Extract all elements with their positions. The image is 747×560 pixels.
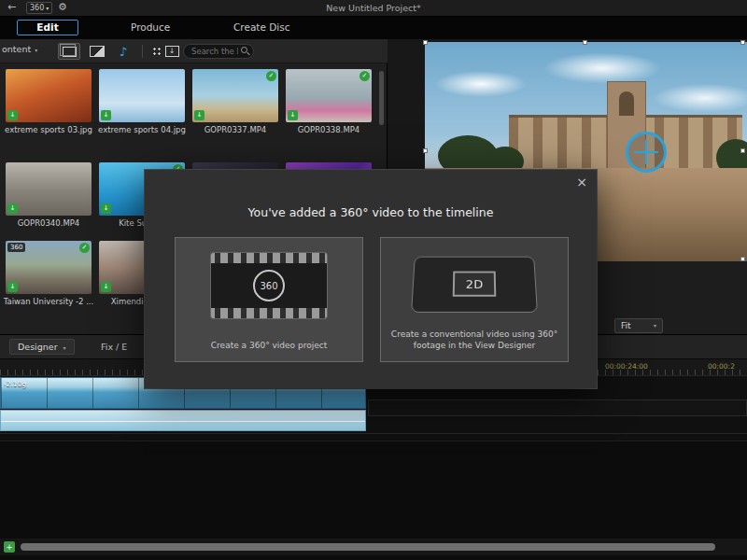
timeline-empty-area: + (0, 441, 747, 560)
preview-handle[interactable] (740, 257, 745, 261)
option-create-360-project[interactable]: 360 Create a 360° video project (175, 237, 363, 362)
designer-label: Designer (18, 342, 58, 352)
search-icon (241, 47, 247, 53)
topbar: ← 360▾ ⚙ New Untitled Project* (0, 0, 747, 17)
tab-create-disc[interactable]: Create Disc (233, 21, 289, 33)
filter-music-button[interactable]: ♪ (112, 43, 134, 60)
download-badge-icon: ↓ (194, 110, 204, 120)
filter-photos-button[interactable] (86, 43, 108, 60)
option-360-caption: Create a 360° video project (185, 340, 353, 352)
media-thumbnail[interactable]: ↓✓ (286, 69, 372, 122)
fix-enhance-button[interactable]: Fix / E (101, 342, 127, 352)
check-badge-icon: ✓ (266, 71, 276, 81)
download-badge-icon: ↓ (7, 282, 18, 292)
app-window: ← 360▾ ⚙ New Untitled Project* Edit Prod… (0, 0, 747, 560)
360-video-dialog: × You've added a 360° video to the timel… (145, 170, 597, 388)
music-note-icon: ♪ (120, 46, 127, 58)
preview-handle[interactable] (423, 148, 428, 153)
add-track-button[interactable]: + (4, 541, 15, 553)
preview-handle[interactable] (423, 40, 428, 45)
project-title: New Untitled Project* (0, 3, 747, 13)
tab-produce[interactable]: Produce (131, 21, 170, 33)
empty-track-row[interactable] (368, 399, 747, 416)
chevron-down-icon: ▾ (654, 319, 656, 332)
photo-icon (90, 46, 105, 57)
filter-videos-button[interactable] (58, 43, 80, 60)
content-dropdown-label: ontent (2, 44, 31, 54)
download-badge-icon: ↓ (101, 282, 111, 292)
media-thumbnail[interactable]: 360↓✓ (6, 241, 92, 294)
chevron-down-icon: ▾ (63, 344, 66, 351)
horizontal-scrollbar[interactable] (21, 543, 715, 551)
timeline-audio-clip[interactable] (0, 410, 366, 431)
download-badge-icon: ↓ (101, 110, 111, 120)
film-holes (211, 253, 327, 263)
tabbar: Edit Produce Create Disc (0, 17, 747, 39)
film-center: 360 (211, 263, 327, 308)
tab-edit[interactable]: Edit (17, 20, 78, 35)
fit-label: Fit (621, 321, 631, 330)
360-badge: 360 (7, 243, 25, 252)
option-create-2d-video[interactable]: 2D Create a conventional video using 360… (380, 237, 569, 362)
dialog-title: You've added a 360° video to the timelin… (145, 205, 597, 219)
media-label: GOPR0340.MP4 (3, 218, 94, 228)
content-dropdown[interactable]: ontent▾ (2, 44, 37, 54)
media-label: GOPR0337.MP4 (190, 125, 281, 134)
2d-badge: 2D (453, 272, 497, 297)
media-label: extreme sports 03.jpg (3, 125, 94, 134)
media-icon (63, 47, 77, 57)
option-2d-caption: Create a conventional video using 360° f… (390, 329, 558, 352)
preview-handle[interactable] (740, 40, 745, 45)
ruler-timecode: 00:00:24:00 (605, 362, 648, 371)
360-navigation-control[interactable] (626, 132, 667, 173)
import-media-button[interactable]: ↓ (161, 43, 183, 60)
toolbar-divider (142, 45, 143, 58)
curved-screen-2d-icon: 2D (411, 257, 538, 313)
media-label: Taiwan University -2 ... (3, 297, 94, 306)
ruler-timecode: 00:00:2 (708, 362, 735, 371)
library-scrollbar[interactable] (379, 71, 384, 125)
filmstrip-360-icon: 360 (211, 253, 327, 318)
download-badge-icon: ↓ (288, 110, 298, 120)
chevron-down-icon: ▾ (35, 47, 37, 53)
media-thumbnail[interactable]: ↓ (6, 162, 92, 216)
check-badge-icon: ✓ (359, 71, 370, 81)
clip-label: -2.10g (4, 380, 26, 388)
download-badge-icon: ↓ (101, 203, 111, 214)
check-badge-icon: ✓ (79, 243, 90, 253)
media-label: GOPR0338.MP4 (283, 125, 374, 134)
download-badge-icon: ↓ (7, 203, 18, 214)
media-label: extreme sports 04.jpg (96, 125, 188, 134)
chevron-down-icon: ▾ (46, 5, 49, 11)
undo-icon[interactable]: ← (7, 1, 16, 13)
fit-dropdown[interactable]: Fit▾ (614, 318, 663, 333)
mode-360-label: 360 (30, 4, 44, 12)
designer-dropdown[interactable]: Designer▾ (9, 339, 75, 355)
download-badge-icon: ↓ (7, 110, 18, 120)
media-thumbnail[interactable]: ↓ (99, 69, 185, 122)
settings-gear-icon[interactable]: ⚙ (58, 1, 67, 13)
import-icon: ↓ (165, 46, 179, 57)
preview-handle[interactable] (583, 40, 587, 45)
library-toolbar: ontent▾ ♪ ↓ (0, 39, 388, 63)
preview-handle[interactable] (740, 148, 745, 153)
mode-360-dropdown[interactable]: 360▾ (26, 2, 52, 14)
media-thumbnail[interactable]: ↓✓ (192, 69, 278, 122)
close-icon[interactable]: × (576, 175, 587, 189)
media-thumbnail[interactable]: ↓ (6, 69, 92, 122)
track-divider (0, 433, 747, 434)
360-circle-badge: 360 (253, 270, 285, 301)
film-holes (211, 308, 327, 318)
